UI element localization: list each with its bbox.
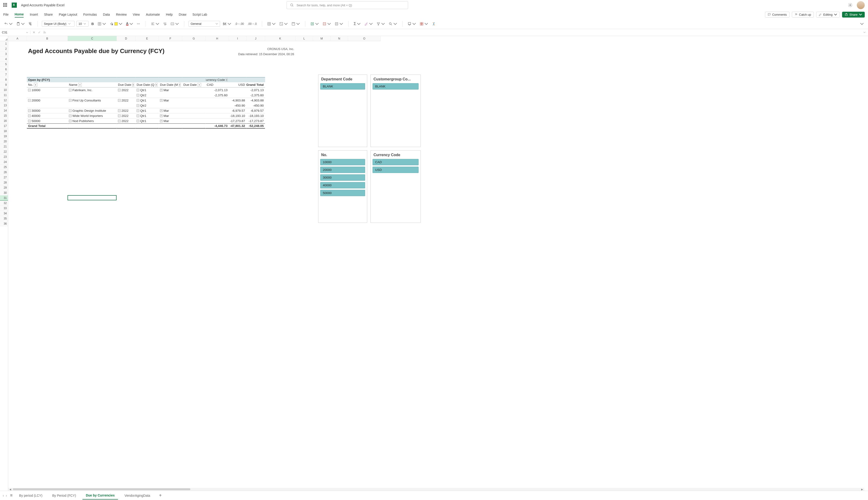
cell[interactable] [229, 190, 246, 195]
cell[interactable]: Open by (FCY) [27, 77, 68, 82]
cell[interactable]: -47,801.32 [229, 123, 246, 128]
row-header[interactable]: 5 [0, 62, 8, 67]
cell[interactable] [229, 164, 246, 170]
cell[interactable] [136, 67, 159, 72]
slicer-no[interactable]: No. 10000 20000 30000 40000 50000 [318, 150, 367, 223]
cell[interactable] [117, 77, 136, 82]
cell[interactable] [27, 185, 68, 190]
cell[interactable] [159, 159, 182, 164]
collapse-ribbon-button[interactable] [859, 22, 865, 26]
cell[interactable] [246, 144, 265, 149]
column-header[interactable]: J [246, 36, 265, 41]
cell[interactable] [330, 57, 348, 62]
ribbon-tab-draw[interactable]: Draw [179, 12, 186, 17]
cell[interactable] [229, 144, 246, 149]
cell[interactable] [27, 180, 68, 185]
ribbon-tab-insert[interactable]: Insert [30, 12, 38, 17]
cell[interactable] [117, 170, 136, 175]
cell[interactable] [246, 67, 265, 72]
row-header[interactable]: 36 [0, 221, 8, 226]
cell[interactable] [159, 195, 182, 201]
cell[interactable] [206, 144, 229, 149]
slicer-customergroup[interactable]: Customergroup Co... BLANK [371, 75, 421, 147]
cell[interactable]: Due Date (Q▾ [136, 82, 159, 88]
cell[interactable] [8, 52, 27, 57]
cell[interactable]: –40000 [27, 113, 68, 118]
row-header[interactable]: 34 [0, 211, 8, 216]
cell[interactable]: –Qtr1 [136, 108, 159, 113]
cell[interactable] [136, 159, 159, 164]
fx-button[interactable]: fx [44, 31, 46, 34]
cell[interactable] [159, 180, 182, 185]
cell[interactable] [8, 195, 27, 201]
cell[interactable] [313, 46, 330, 52]
cell[interactable] [246, 185, 265, 190]
settings-icon[interactable] [848, 3, 853, 8]
cell[interactable]: –Qtr1 [136, 113, 159, 118]
cell[interactable] [159, 46, 182, 52]
column-header[interactable]: H [206, 36, 229, 41]
cell[interactable] [8, 206, 27, 211]
cell[interactable] [246, 62, 265, 67]
column-header[interactable]: O [348, 36, 381, 41]
slicer-item[interactable]: 50000 [320, 190, 365, 196]
row-header[interactable]: 12 [0, 98, 8, 103]
cell[interactable] [182, 195, 206, 201]
cell[interactable] [27, 190, 68, 195]
column-header[interactable]: A [8, 36, 27, 41]
column-header[interactable]: L [295, 36, 313, 41]
cell[interactable] [136, 180, 159, 185]
cell[interactable] [246, 134, 265, 139]
cell[interactable] [136, 221, 159, 226]
cell[interactable] [8, 154, 27, 159]
cell[interactable] [206, 221, 229, 226]
cell[interactable] [68, 216, 117, 221]
cell[interactable] [182, 108, 206, 113]
row-header[interactable]: 23 [0, 154, 8, 159]
cell[interactable] [8, 190, 27, 195]
cell[interactable] [295, 128, 313, 134]
cell[interactable] [8, 170, 27, 175]
cell[interactable] [68, 175, 117, 180]
cell[interactable] [246, 175, 265, 180]
cell[interactable] [27, 201, 68, 206]
paste-button[interactable] [15, 22, 26, 26]
font-name-select[interactable]: Segoe UI (Body) [42, 21, 74, 27]
cell[interactable] [206, 149, 229, 154]
cell[interactable] [27, 154, 68, 159]
cell[interactable] [246, 41, 265, 46]
cell[interactable]: –2022 [117, 108, 136, 113]
row-header[interactable]: 19 [0, 134, 8, 139]
column-header[interactable]: E [136, 36, 159, 41]
cell[interactable] [8, 118, 27, 123]
cell[interactable]: –Wide World Importers [68, 113, 117, 118]
cell[interactable] [265, 175, 295, 180]
cell[interactable] [68, 149, 117, 154]
cell[interactable] [229, 128, 246, 134]
cell[interactable] [117, 62, 136, 67]
cell[interactable] [265, 82, 295, 88]
cell[interactable] [246, 149, 265, 154]
cell[interactable]: –Nod Publishers [68, 118, 117, 123]
cell[interactable] [68, 170, 117, 175]
cell[interactable] [206, 170, 229, 175]
cell[interactable] [68, 52, 117, 57]
row-header[interactable]: 2 [0, 46, 8, 52]
increase-decimal-button[interactable]: .0→.00 [234, 22, 245, 26]
cell[interactable] [159, 211, 182, 216]
cell[interactable] [8, 139, 27, 144]
share-button[interactable]: Share [842, 12, 865, 18]
cell[interactable] [206, 175, 229, 180]
cell[interactable] [265, 123, 295, 128]
cell[interactable]: -4,903.88 [246, 98, 265, 103]
slicer-item[interactable]: 20000 [320, 167, 365, 173]
cell[interactable] [206, 72, 229, 77]
row-header[interactable]: 29 [0, 185, 8, 190]
cell[interactable] [182, 128, 206, 134]
cell[interactable] [159, 164, 182, 170]
cell[interactable]: –2022 [117, 113, 136, 118]
cell[interactable] [295, 216, 313, 221]
cell[interactable] [182, 103, 206, 108]
cell[interactable] [8, 41, 27, 46]
cell[interactable] [206, 108, 229, 113]
